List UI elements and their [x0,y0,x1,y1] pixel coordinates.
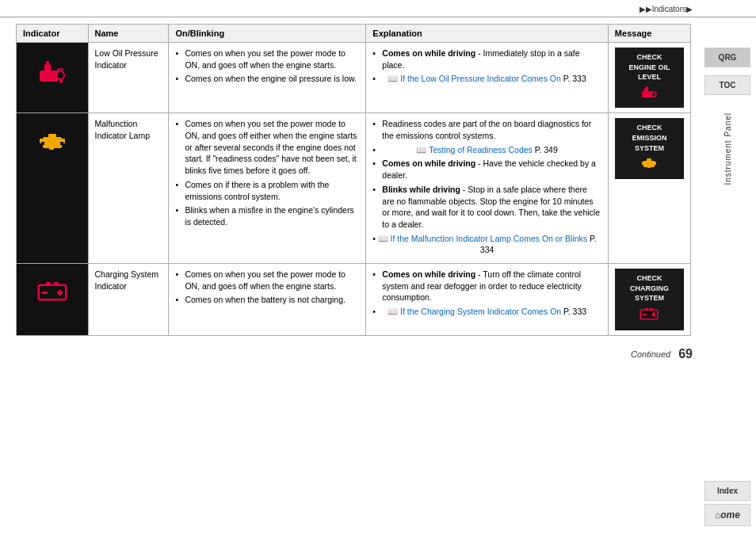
oil-name-cell: Low Oil Pressure Indicator [88,43,169,113]
svg-rect-34 [643,314,647,315]
svg-rect-22 [647,166,651,168]
list-item: Comes on while driving - Turn off the cl… [372,269,601,303]
book-icon: 📖 [388,307,398,316]
battery-msg-svg [639,306,659,322]
battery-svg [35,278,70,307]
list-item: Comes on when the battery is not chargin… [175,294,359,306]
svg-rect-19 [647,158,651,162]
list-item: 📖 If the Low Oil Pressure Indicator Come… [372,73,601,85]
message-line: SYSTEM [618,143,681,154]
svg-rect-27 [42,292,48,294]
table-row: Malfunction Indicator Lamp Comes on when… [17,113,691,264]
engine-message-cell: CHECK EMISSION SYSTEM [608,113,690,264]
oil-pressure-svg [36,56,68,86]
index-button[interactable]: Index [704,481,750,501]
oil-message-box: CHECK ENGINE OIL LEVEL [615,48,684,108]
svg-rect-8 [646,86,648,90]
oil-on-blinking-list: Comes on when you set the power mode to … [175,48,359,85]
bold-text: Comes on while driving [382,158,475,168]
toc-button[interactable]: TOC [704,75,750,95]
engine-msg-svg [640,155,658,170]
list-item: Comes on when the engine oil pressure is… [175,73,359,85]
battery-explanation-list: Comes on while driving - Turn off the cl… [372,269,601,318]
breadcrumb: ▶▶Indicators▶ [640,5,693,13]
readiness-link[interactable]: Testing of Readiness Codes [429,145,533,154]
table-header-row: Indicator Name On/Blinking Explanation M… [17,25,691,43]
battery-icon [23,269,82,316]
home-button[interactable]: ⌂ome [704,504,750,526]
bold-text: Blinks while driving [382,185,460,194]
page-number: 69 [678,347,693,361]
oil-explanation-cell: Comes on while driving - Immediately sto… [366,43,609,113]
oil-icon [23,48,82,95]
list-item: Comes on while driving - Have the vehicl… [372,158,601,181]
book-icon: 📖 [388,74,398,83]
svg-rect-20 [642,162,644,165]
malfunction-link[interactable]: If the Malfunction Indicator Lamp Comes … [391,234,588,243]
svg-rect-29 [59,290,61,296]
svg-rect-32 [650,308,653,311]
battery-message-box: CHECK CHARGING SYSTEM [615,269,684,330]
section-label: Instrument Panel [724,113,732,185]
top-bar: ▶▶Indicators▶ [0,0,756,17]
engine-message-icon [618,155,681,174]
oil-msg-svg [640,85,658,99]
charging-link[interactable]: If the Charging System Indicator Comes O… [400,307,561,316]
list-item: Comes on when you set the power mode to … [175,118,359,176]
list-item: Blinks when a misfire in the engine's cy… [175,204,359,227]
svg-rect-15 [41,142,44,145]
message-line: ENGINE OIL [618,63,681,73]
book-icon: 📖 [378,234,388,243]
message-line: SYSTEM [618,293,681,303]
list-item: Blinks while driving - Stop in a safe pl… [372,184,601,231]
svg-rect-0 [40,71,57,82]
bold-text: Comes on while driving [382,269,475,279]
battery-on-blinking-cell: Comes on when you set the power mode to … [169,263,366,335]
list-item: Comes on while driving - Immediately sto… [372,48,601,71]
engine-name-cell: Malfunction Indicator Lamp [88,113,169,264]
engine-name-text: Malfunction Indicator Lamp [95,119,150,140]
engine-on-blinking-list: Comes on when you set the power mode to … [175,118,359,227]
oil-link[interactable]: If the Low Oil Pressure Indicator Comes … [400,74,561,83]
breadcrumb-text: ▶▶Indicators▶ [640,5,693,13]
col-header-name: Name [88,25,169,43]
right-sidebar: QRG TOC Instrument Panel Index ⌂ome [699,0,756,534]
col-header-explanation: Explanation [366,25,609,43]
svg-rect-36 [653,312,655,317]
list-item: 📖 If the Malfunction Indicator Lamp Come… [372,233,601,256]
message-line: EMISSION [618,133,681,143]
col-header-indicator: Indicator [17,25,89,43]
col-header-on-blinking: On/Blinking [169,25,366,43]
battery-explanation-cell: Comes on while driving - Turn off the cl… [366,263,609,335]
message-line: CHARGING [618,284,681,294]
svg-rect-31 [645,308,648,311]
list-item: Comes on when you set the power mode to … [175,269,359,292]
message-line: CHECK [618,273,681,284]
battery-name-text: Charging System Indicator [95,269,159,291]
qrg-button[interactable]: QRG [704,48,750,67]
list-item: 📖 Testing of Readiness Codes P. 349 [372,144,601,156]
main-content: Indicator Name On/Blinking Explanation M… [0,24,699,344]
engine-indicator-cell [17,113,89,264]
bold-text: Comes on while driving [382,48,475,58]
battery-on-blinking-list: Comes on when you set the power mode to … [175,269,359,306]
svg-rect-24 [46,282,51,286]
engine-on-blinking-cell: Comes on when you set the power mode to … [169,113,366,264]
oil-on-blinking-cell: Comes on when you set the power mode to … [169,43,366,113]
oil-message-icon [618,85,681,104]
oil-indicator-cell [17,43,89,113]
engine-explanation-list: Readiness codes are part of the on board… [372,118,601,256]
engine-explanation-cell: Readiness codes are part of the on board… [366,113,609,264]
list-item: Readiness codes are part of the on board… [372,118,601,141]
svg-rect-25 [54,282,59,286]
col-header-message: Message [608,25,690,43]
list-item: 📖 If the Charging System Indicator Comes… [372,306,601,318]
engine-message-box: CHECK EMISSION SYSTEM [615,118,684,178]
book-icon: 📖 [416,145,426,154]
oil-message-cell: CHECK ENGINE OIL LEVEL [608,43,690,113]
indicator-table: Indicator Name On/Blinking Explanation M… [16,24,691,336]
battery-indicator-cell [17,263,89,335]
message-line: CHECK [618,52,681,63]
svg-rect-11 [43,137,62,148]
svg-rect-16 [60,142,63,145]
